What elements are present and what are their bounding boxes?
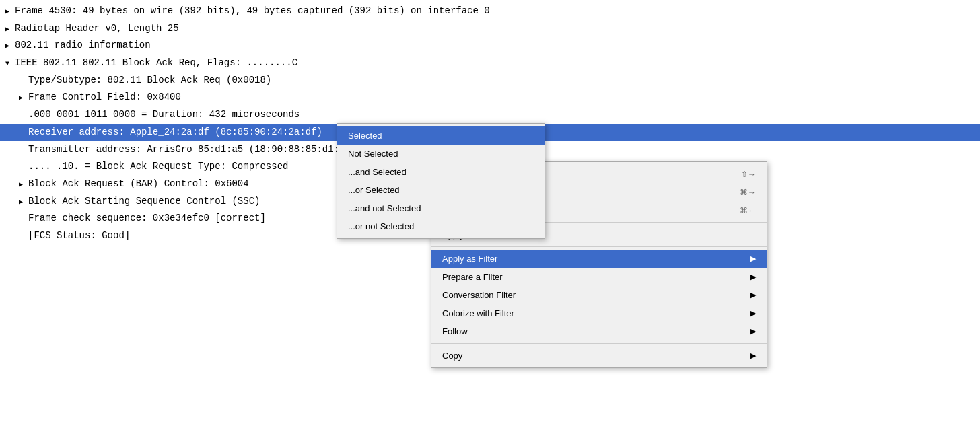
- text-row-ieee: IEEE 802.11 802.11 Block Ack Req, Flags:…: [15, 57, 298, 68]
- shortcut-collapse-all: ⌘←: [740, 206, 756, 215]
- menu-item-follow[interactable]: Follow▶: [431, 322, 767, 340]
- text-row-transmitter: Transmitter address: ArrisGro_85:d1:a5 (…: [28, 144, 356, 155]
- submenu-arrow-prepare-a-filter: ▶: [750, 272, 756, 281]
- submenu-label-not-selected: Not Selected: [348, 149, 398, 159]
- menu-item-colorize-with-filter[interactable]: Colorize with Filter▶: [431, 304, 767, 322]
- submenu-item-not-selected[interactable]: Not Selected: [337, 145, 545, 163]
- text-row-radio: 802.11 radio information: [15, 40, 151, 50]
- text-row-bar-control: Block Ack Request (BAR) Control: 0x6004: [28, 178, 249, 189]
- menu-item-conversation-filter[interactable]: Conversation Filter▶: [431, 286, 767, 304]
- menu-label-prepare-a-filter: Prepare a Filter: [442, 272, 503, 282]
- text-row-fcs: Frame check sequence: 0x3e34efc0 [correc…: [28, 213, 266, 223]
- menu-label-conversation-filter: Conversation Filter: [442, 290, 516, 300]
- submenu-item-or-not-selected[interactable]: ...or not Selected: [337, 217, 545, 235]
- menu-label-copy: Copy: [442, 351, 462, 361]
- menu-item-apply-as-filter[interactable]: Apply as Filter▶: [431, 250, 767, 268]
- submenu-item-and-not-selected[interactable]: ...and not Selected: [337, 199, 545, 217]
- row-type[interactable]: Type/Subtype: 802.11 Block Ack Req (0x00…: [0, 72, 980, 89]
- submenu-arrow-follow: ▶: [750, 327, 756, 336]
- arrow-row-radiotap: ▶: [5, 24, 15, 35]
- menu-item-prepare-a-filter[interactable]: Prepare a Filter▶: [431, 268, 767, 286]
- text-row-block-ack-type: .... .10. = Block Ack Request Type: Comp…: [28, 161, 288, 172]
- submenu-apply-as-filter: SelectedNot Selected...and Selected...or…: [337, 123, 545, 239]
- text-row-fcf: Frame Control Field: 0x8400: [28, 92, 181, 102]
- submenu-label-or-selected: ...or Selected: [348, 185, 400, 195]
- submenu-item-selected[interactable]: Selected: [337, 126, 545, 145]
- submenu-label-and-selected: ...and Selected: [348, 167, 407, 177]
- shortcut-expand-all: ⌘→: [740, 188, 756, 197]
- submenu-arrow-colorize-with-filter: ▶: [750, 309, 756, 318]
- text-row-receiver: Receiver address: Apple_24:2a:df (8c:85:…: [28, 126, 322, 137]
- arrow-row-radio: ▶: [5, 41, 15, 52]
- arrow-row-ssc: ▶: [19, 197, 28, 208]
- row-radio[interactable]: ▶ 802.11 radio information: [0, 37, 980, 54]
- text-row-frame: Frame 4530: 49 bytes on wire (392 bits),…: [15, 5, 490, 16]
- row-radiotap[interactable]: ▶ Radiotap Header v0, Length 25: [0, 20, 980, 38]
- arrow-row-ieee: ▼: [5, 59, 15, 69]
- submenu-arrow-copy: ▶: [750, 351, 756, 360]
- submenu-label-and-not-selected: ...and not Selected: [348, 203, 421, 213]
- submenu-item-or-selected[interactable]: ...or Selected: [337, 181, 545, 199]
- text-row-radiotap: Radiotap Header v0, Length 25: [15, 23, 179, 34]
- submenu-arrow-apply-as-filter: ▶: [750, 254, 756, 263]
- submenu-label-selected: Selected: [348, 131, 382, 141]
- row-fcf[interactable]: ▶ Frame Control Field: 0x8400: [0, 89, 980, 106]
- submenu-label-or-not-selected: ...or not Selected: [348, 221, 414, 231]
- row-ieee[interactable]: ▼ IEEE 802.11 802.11 Block Ack Req, Flag…: [0, 54, 980, 72]
- submenu-arrow-conversation-filter: ▶: [750, 291, 756, 299]
- menu-label-colorize-with-filter: Colorize with Filter: [442, 308, 514, 318]
- arrow-row-bar-control: ▶: [19, 180, 28, 190]
- shortcut-expand-subtrees: ⇧→: [741, 170, 756, 179]
- menu-label-apply-as-filter: Apply as Filter: [442, 254, 497, 264]
- sep3: [431, 343, 767, 344]
- packet-detail-panel: ▶ Frame 4530: 49 bytes on wire (392 bits…: [0, 0, 980, 438]
- text-row-type: Type/Subtype: 802.11 Block Ack Req (0x00…: [28, 75, 271, 85]
- sep2: [431, 246, 767, 247]
- arrow-row-frame: ▶: [5, 7, 15, 17]
- submenu-item-and-selected[interactable]: ...and Selected: [337, 163, 545, 181]
- text-row-ssc: Block Ack Starting Sequence Control (SSC…: [28, 196, 260, 207]
- menu-label-follow: Follow: [442, 326, 468, 336]
- row-frame[interactable]: ▶ Frame 4530: 49 bytes on wire (392 bits…: [0, 3, 980, 20]
- text-row-fcs-status: [FCS Status: Good]: [28, 230, 130, 241]
- text-row-duration: .000 0001 1011 0000 = Duration: 432 micr…: [28, 109, 300, 120]
- menu-item-copy[interactable]: Copy▶: [431, 346, 767, 365]
- arrow-row-fcf: ▶: [19, 93, 28, 104]
- row-duration[interactable]: .000 0001 1011 0000 = Duration: 432 micr…: [0, 106, 980, 124]
